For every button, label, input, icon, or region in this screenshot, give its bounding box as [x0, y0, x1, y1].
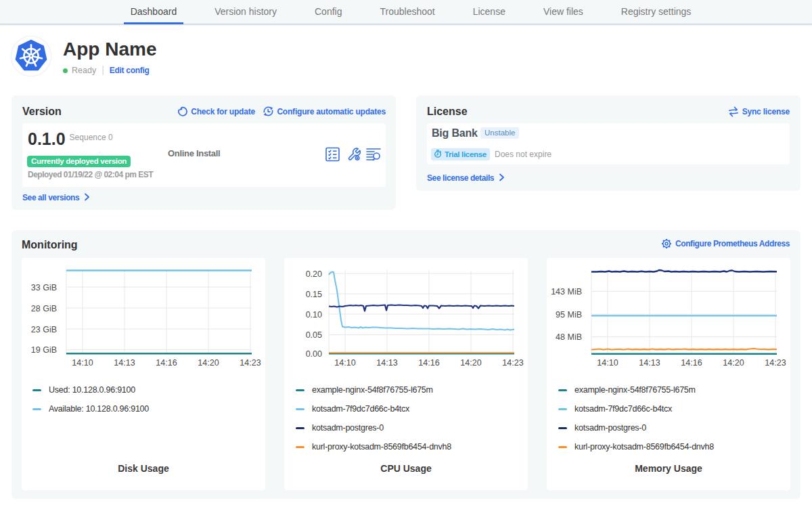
svg-text:0.05: 0.05	[306, 330, 322, 340]
svg-text:0.10: 0.10	[306, 310, 322, 320]
svg-text:14:23: 14:23	[765, 358, 786, 368]
svg-text:0.20: 0.20	[306, 269, 322, 279]
svg-text:33 GiB: 33 GiB	[31, 283, 57, 292]
svg-text:48 MiB: 48 MiB	[556, 332, 582, 342]
svg-text:14:10: 14:10	[597, 358, 618, 368]
svg-text:14:13: 14:13	[376, 358, 397, 368]
svg-text:14:10: 14:10	[72, 358, 93, 368]
svg-text:14:20: 14:20	[723, 358, 744, 368]
svg-text:14:10: 14:10	[334, 358, 355, 368]
svg-text:143 MiB: 143 MiB	[551, 287, 582, 297]
svg-text:0.00: 0.00	[306, 349, 322, 359]
svg-text:23 GiB: 23 GiB	[31, 325, 57, 334]
svg-text:14:13: 14:13	[639, 358, 660, 368]
svg-text:14:16: 14:16	[681, 358, 702, 368]
svg-text:14:23: 14:23	[502, 358, 523, 368]
svg-text:14:13: 14:13	[114, 358, 135, 368]
svg-text:14:20: 14:20	[460, 358, 481, 368]
svg-text:14:16: 14:16	[418, 358, 439, 368]
svg-text:14:20: 14:20	[198, 358, 219, 368]
svg-text:19 GiB: 19 GiB	[31, 345, 57, 355]
svg-text:95 MiB: 95 MiB	[556, 310, 582, 320]
svg-text:0.15: 0.15	[306, 290, 322, 299]
svg-text:28 GiB: 28 GiB	[31, 304, 57, 313]
svg-text:14:23: 14:23	[240, 358, 261, 368]
svg-text:14:16: 14:16	[156, 358, 177, 368]
